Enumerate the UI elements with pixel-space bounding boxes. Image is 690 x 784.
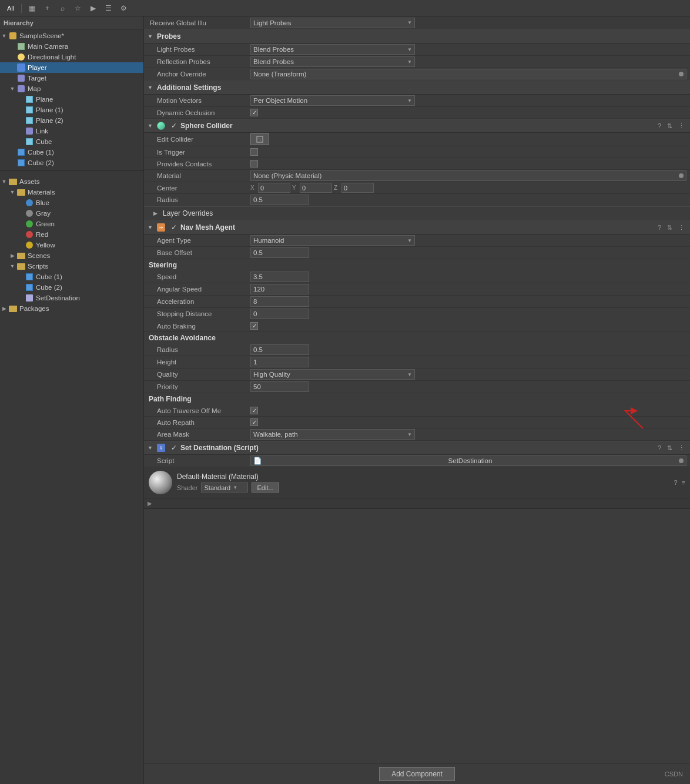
auto-braking-checkbox[interactable] — [250, 322, 258, 330]
tree-item-yellow[interactable]: Yellow — [0, 240, 143, 250]
script-field[interactable]: 📄 SetDestination — [250, 455, 686, 466]
nav-mesh-enable-checkbox[interactable]: ✓ — [170, 223, 178, 232]
sphere-collider-enable-checkbox[interactable]: ✓ — [170, 122, 178, 130]
nav-mesh-help-icon[interactable]: ? — [656, 223, 663, 232]
probes-section-header[interactable]: ▼ Probes — [144, 29, 690, 43]
additional-settings-header[interactable]: ▼ Additional Settings — [144, 81, 690, 95]
center-x-field[interactable] — [258, 183, 290, 193]
tree-item-cube2s[interactable]: Cube (2) — [0, 282, 143, 293]
panel-separator — [0, 170, 143, 176]
anchor-override-dot-icon[interactable] — [679, 72, 684, 76]
acceleration-field[interactable] — [250, 296, 309, 307]
light-probes-dropdown[interactable]: Blend Probes ▼ — [250, 44, 415, 55]
provides-contacts-checkbox[interactable] — [250, 160, 258, 167]
tree-item-assets[interactable]: ▼ Assets — [0, 176, 143, 187]
material-expand-icon[interactable]: ≡ — [682, 479, 685, 486]
shader-dropdown[interactable]: Standard ▼ — [201, 483, 248, 492]
hierarchy-title: Hierarchy — [4, 19, 34, 26]
sc-radius-field[interactable] — [250, 195, 309, 205]
nav-mesh-menu-icon[interactable]: ⋮ — [676, 223, 686, 232]
sphere-collider-settings-icon[interactable]: ⇅ — [665, 122, 674, 130]
tree-item-cube2[interactable]: Cube (2) — [0, 158, 143, 168]
sphere-collider-help-icon[interactable]: ? — [656, 122, 663, 130]
tree-item-cube1[interactable]: Cube (1) — [0, 147, 143, 158]
search-icon[interactable]: ⌕ — [57, 3, 68, 14]
auto-repath-value-container — [250, 418, 686, 426]
tree-item-plane2[interactable]: Plane (2) — [0, 115, 143, 126]
agent-type-value: Humanoid — [253, 237, 284, 244]
chevron-down-icon-q: ▼ — [407, 372, 412, 377]
chevron-down-icon-mv: ▼ — [407, 98, 412, 103]
tree-item-green[interactable]: Green — [0, 219, 143, 229]
layers-icon[interactable]: ☰ — [103, 3, 113, 14]
nav-mesh-agent-header[interactable]: ▼ ⇒ ✓ Nav Mesh Agent ? ⇅ ⋮ — [144, 220, 690, 234]
set-destination-menu-icon[interactable]: ⋮ — [676, 444, 686, 453]
reflection-probes-dropdown[interactable]: Blend Probes ▼ — [250, 56, 415, 67]
layer-overrides-header[interactable]: ▶ Layer Overrides — [144, 206, 690, 220]
anchor-override-field[interactable]: None (Transform) — [250, 69, 686, 79]
auto-traverse-checkbox[interactable] — [250, 407, 258, 414]
sphere-collider-menu-icon[interactable]: ⋮ — [676, 122, 686, 130]
all-tab[interactable]: All — [5, 4, 16, 13]
nav-radius-field[interactable] — [250, 344, 309, 355]
icon-cube1s — [25, 272, 34, 282]
area-mask-dropdown[interactable]: Walkable, path ▼ — [250, 429, 415, 440]
center-z-field[interactable] — [341, 183, 374, 193]
tree-item-materials[interactable]: ▼ Materials — [0, 187, 143, 197]
icon-player — [16, 63, 26, 72]
sc-material-field[interactable]: None (Physic Material) — [250, 170, 686, 181]
sphere-collider-header[interactable]: ▼ ✓ Sphere Collider ? ⇅ ⋮ — [144, 119, 690, 133]
tree-item-plane[interactable]: Plane — [0, 94, 143, 105]
tree-item-samplescene[interactable]: ▼ SampleScene* — [0, 31, 143, 41]
tree-item-gray[interactable]: Gray — [0, 208, 143, 219]
script-dot-icon[interactable] — [679, 458, 684, 463]
material-edit-button[interactable]: Edit... — [252, 483, 279, 492]
material-help-icon[interactable]: ? — [672, 478, 679, 487]
tree-item-link[interactable]: Link — [0, 126, 143, 136]
plus-icon[interactable]: + — [42, 3, 52, 14]
star-icon[interactable]: ☆ — [72, 3, 83, 14]
tree-item-player[interactable]: Player — [0, 62, 143, 73]
set-destination-help-icon[interactable]: ? — [656, 444, 663, 453]
set-destination-header[interactable]: ▼ # ✓ Set Destination (Script) ? ⇅ ⋮ — [144, 441, 690, 455]
dynamic-occlusion-checkbox[interactable] — [250, 109, 258, 116]
add-component-button[interactable]: Add Component — [379, 767, 455, 781]
sc-material-dot-icon[interactable] — [679, 173, 684, 178]
play-icon[interactable]: ▶ — [88, 3, 98, 14]
is-trigger-checkbox[interactable] — [250, 148, 258, 156]
angular-speed-field[interactable] — [250, 284, 309, 294]
tree-item-maincamera[interactable]: Main Camera — [0, 41, 143, 52]
tree-item-setdest[interactable]: SetDestination — [0, 293, 143, 303]
stopping-distance-field[interactable] — [250, 309, 309, 319]
tree-item-dirlight[interactable]: Directional Light — [0, 52, 143, 62]
tree-item-cube1s[interactable]: Cube (1) — [0, 272, 143, 282]
settings-icon[interactable]: ⚙ — [118, 3, 129, 14]
tree-item-plane1[interactable]: Plane (1) — [0, 105, 143, 115]
grid-icon[interactable]: ▦ — [26, 3, 37, 14]
tree-item-cube[interactable]: Cube — [0, 136, 143, 147]
quality-dropdown[interactable]: High Quality ▼ — [250, 369, 415, 380]
tree-item-target[interactable]: Target — [0, 73, 143, 83]
set-destination-settings-icon[interactable]: ⇅ — [665, 444, 674, 453]
icon-green — [25, 219, 34, 229]
base-offset-field[interactable] — [250, 247, 309, 258]
tree-item-scripts[interactable]: ▼ Scripts — [0, 261, 143, 272]
priority-field[interactable] — [250, 381, 309, 392]
tree-item-packages[interactable]: ▶ Packages — [0, 303, 143, 314]
tree-item-red[interactable]: Red — [0, 229, 143, 240]
edit-collider-button[interactable] — [250, 133, 269, 145]
auto-repath-checkbox[interactable] — [250, 418, 258, 426]
probes-section-title: Probes — [157, 32, 686, 41]
material-expand-arrow[interactable]: ▶ — [148, 500, 152, 507]
motion-vectors-dropdown[interactable]: Per Object Motion ▼ — [250, 95, 415, 106]
tree-item-map[interactable]: ▼ Map — [0, 83, 143, 94]
height-field[interactable] — [250, 357, 309, 367]
tree-item-blue[interactable]: Blue — [0, 197, 143, 208]
center-y-field[interactable] — [300, 183, 332, 193]
receive-global-illum-dropdown[interactable]: Light Probes ▼ — [250, 18, 415, 28]
agent-type-dropdown[interactable]: Humanoid ▼ — [250, 235, 415, 246]
nav-mesh-settings-icon[interactable]: ⇅ — [665, 223, 674, 232]
set-destination-enable-checkbox[interactable]: ✓ — [170, 444, 178, 452]
tree-item-scenes[interactable]: ▶ Scenes — [0, 250, 143, 261]
speed-field[interactable] — [250, 272, 309, 282]
